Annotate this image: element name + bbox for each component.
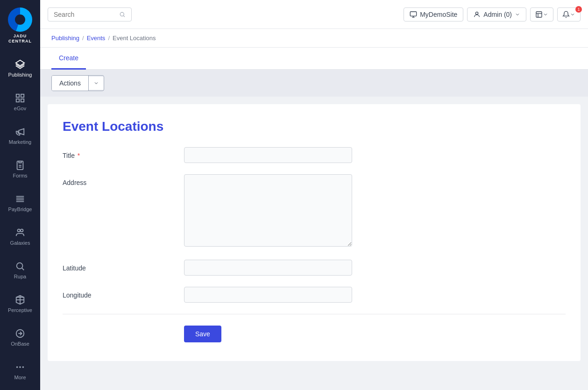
svg-rect-1 xyxy=(16,94,19,97)
logo-inner xyxy=(15,14,25,25)
main-content: MyDemoSite Admin (0) xyxy=(40,0,588,390)
sidebar-item-publishing[interactable]: Publishing xyxy=(0,51,40,85)
svg-point-13 xyxy=(21,229,23,232)
search-circle-icon xyxy=(14,261,26,272)
svg-rect-4 xyxy=(21,99,24,102)
svg-point-24 xyxy=(22,366,24,368)
chevron-down-icon xyxy=(515,12,520,17)
grid-icon xyxy=(14,92,26,104)
sidebar: JADUCENTRAL Publishing eGov xyxy=(0,0,40,390)
breadcrumb-bar: Publishing / Events / Event Locations xyxy=(40,29,588,48)
sidebar-item-label: OnBase xyxy=(11,341,29,347)
actions-bar: Actions xyxy=(40,70,588,97)
sidebar-item-onbase[interactable]: OnBase xyxy=(0,320,40,354)
logo-text: JADUCENTRAL xyxy=(8,34,32,44)
admin-button[interactable]: Admin (0) xyxy=(467,7,526,21)
cube-icon xyxy=(14,294,26,305)
form-title: Event Locations xyxy=(63,119,566,134)
address-textarea[interactable] xyxy=(184,174,352,247)
svg-point-12 xyxy=(18,229,21,232)
longitude-input-wrap xyxy=(184,287,352,303)
svg-rect-3 xyxy=(16,99,19,102)
layout-button[interactable] xyxy=(530,7,553,21)
search-box xyxy=(48,7,132,21)
breadcrumb-events[interactable]: Events xyxy=(87,35,106,42)
layout-icon xyxy=(535,11,543,18)
sidebar-item-label: Marketing xyxy=(9,139,31,145)
tabs-bar: Create xyxy=(40,48,588,70)
sidebar-item-rupa[interactable]: Rupa xyxy=(0,253,40,287)
sidebar-item-label: More xyxy=(14,375,26,380)
latitude-input-wrap xyxy=(184,260,352,276)
form-row-longitude: Longitude xyxy=(63,287,566,303)
tab-create[interactable]: Create xyxy=(51,48,86,70)
user-icon xyxy=(473,11,481,18)
page-area: Publishing / Events / Event Locations Cr… xyxy=(40,29,588,390)
sidebar-logo: JADUCENTRAL xyxy=(0,0,40,51)
latitude-input[interactable] xyxy=(184,260,352,276)
form-row-title: Title * xyxy=(63,147,566,163)
sidebar-item-label: Perceptive xyxy=(8,307,32,313)
search-icon xyxy=(119,11,126,18)
longitude-input[interactable] xyxy=(184,287,352,303)
layers-icon xyxy=(14,59,26,70)
actions-caret-button[interactable] xyxy=(89,77,104,90)
svg-line-26 xyxy=(124,15,125,17)
sidebar-item-label: Rupa xyxy=(14,274,26,279)
topbar-right: MyDemoSite Admin (0) xyxy=(404,7,581,21)
svg-point-22 xyxy=(16,366,18,368)
actions-dropdown: Actions xyxy=(51,75,104,91)
monitor-icon xyxy=(410,11,417,18)
notification-badge: 1 xyxy=(575,6,582,13)
chevron-down-icon xyxy=(93,80,99,86)
menu-icon xyxy=(14,193,26,205)
address-input-wrap xyxy=(184,174,352,248)
people-icon xyxy=(14,227,26,238)
svg-point-23 xyxy=(19,366,21,368)
dots-icon xyxy=(14,362,26,373)
sidebar-item-perceptive[interactable]: Perceptive xyxy=(0,287,40,320)
title-input-wrap xyxy=(184,147,352,163)
address-label: Address xyxy=(63,174,184,186)
sidebar-item-marketing[interactable]: Marketing xyxy=(0,119,40,152)
breadcrumb-sep-2: / xyxy=(108,35,110,42)
latitude-label: Latitude xyxy=(63,260,184,272)
svg-rect-31 xyxy=(536,12,542,17)
title-label: Title * xyxy=(63,147,184,159)
sidebar-item-label: Publishing xyxy=(8,72,32,78)
form-divider xyxy=(63,314,566,314)
svg-point-14 xyxy=(17,263,23,269)
admin-label: Admin (0) xyxy=(483,11,512,18)
breadcrumb-publishing[interactable]: Publishing xyxy=(51,35,79,42)
topbar: MyDemoSite Admin (0) xyxy=(40,0,588,29)
chevron-down-icon xyxy=(570,12,575,17)
notifications-button[interactable]: 1 xyxy=(557,7,581,21)
sidebar-item-forms[interactable]: Forms xyxy=(0,152,40,186)
form-container: Event Locations Title * Address Latitud xyxy=(48,104,581,361)
save-button[interactable]: Save xyxy=(184,326,221,342)
longitude-label: Longitude xyxy=(63,287,184,299)
breadcrumb-current: Event Locations xyxy=(113,35,156,42)
svg-point-30 xyxy=(476,12,478,14)
title-input[interactable] xyxy=(184,147,352,163)
svg-rect-2 xyxy=(21,94,24,97)
search-input[interactable] xyxy=(54,11,115,18)
sidebar-item-label: Galaxies xyxy=(10,240,30,246)
sidebar-item-label: Forms xyxy=(13,173,27,178)
site-button[interactable]: MyDemoSite xyxy=(404,7,463,21)
svg-point-25 xyxy=(120,12,124,16)
sidebar-item-egov[interactable]: eGov xyxy=(0,85,40,119)
svg-rect-27 xyxy=(411,12,417,16)
breadcrumb: Publishing / Events / Event Locations xyxy=(51,35,577,42)
sidebar-item-paybridge[interactable]: PayBridge xyxy=(0,186,40,220)
sidebar-item-label: PayBridge xyxy=(8,206,32,212)
site-label: MyDemoSite xyxy=(420,11,457,18)
svg-line-15 xyxy=(22,268,24,270)
sidebar-item-label: eGov xyxy=(14,106,26,111)
logo-icon xyxy=(8,7,32,32)
sidebar-item-more[interactable]: More xyxy=(0,354,40,388)
bell-icon xyxy=(562,11,570,18)
required-star: * xyxy=(76,152,80,159)
sidebar-item-galaxies[interactable]: Galaxies xyxy=(0,220,40,253)
actions-button[interactable]: Actions xyxy=(52,76,89,91)
